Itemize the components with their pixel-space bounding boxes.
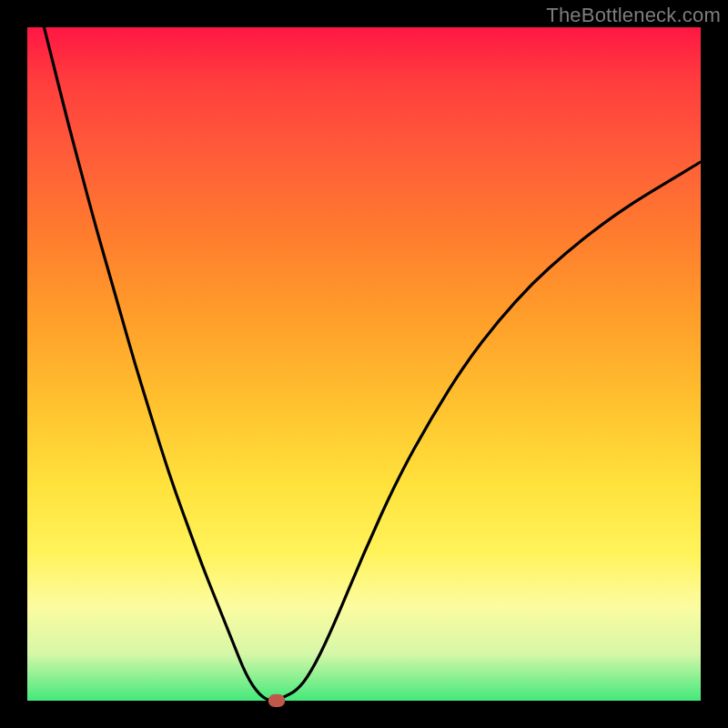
chart-frame: TheBottleneck.com — [0, 0, 728, 728]
optimal-point-marker — [268, 694, 285, 707]
bottleneck-curve — [27, 27, 701, 701]
watermark-text: TheBottleneck.com — [546, 4, 721, 27]
plot-area — [27, 27, 701, 701]
